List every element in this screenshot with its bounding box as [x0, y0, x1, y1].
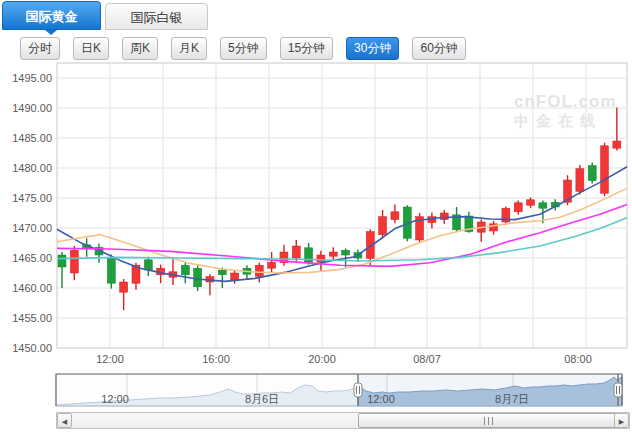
- scrollbar-right-arrow[interactable]: ▶: [614, 413, 629, 428]
- tab-gold[interactable]: 国际黄金: [2, 1, 101, 30]
- candle-up: [255, 265, 263, 276]
- candlestick-chart[interactable]: 1495.001490.001485.001480.001475.001470.…: [0, 0, 632, 433]
- scrollbar-left-arrow[interactable]: ◀: [57, 413, 72, 428]
- navigator-selected-range[interactable]: [358, 374, 618, 406]
- navigator-right-handle[interactable]: [614, 383, 622, 397]
- navigator-label: 8月7日: [495, 393, 529, 405]
- period-button-4[interactable]: 5分钟: [220, 37, 267, 60]
- period-button-6[interactable]: 30分钟: [346, 37, 399, 60]
- candle-up: [613, 141, 621, 148]
- x-axis-label: 16:00: [202, 353, 230, 365]
- period-button-5[interactable]: 15分钟: [280, 37, 333, 60]
- instrument-tabbar: 国际黄金国际白银: [0, 0, 632, 33]
- y-axis-label: 1480.00: [12, 162, 52, 174]
- navigator-label: 12:00: [101, 393, 129, 405]
- candle-up: [292, 246, 300, 258]
- candle-up: [268, 262, 276, 268]
- candle-down: [588, 166, 596, 181]
- candle-up: [120, 282, 128, 292]
- candle-up: [329, 252, 337, 256]
- x-axis-label: 08:00: [564, 353, 592, 365]
- candle-up: [440, 213, 448, 220]
- candle-up: [379, 217, 387, 235]
- period-button-1[interactable]: 日K: [73, 37, 109, 60]
- candle-down: [181, 265, 189, 275]
- period-button-row: 分时日K周K月K5分钟15分钟30分钟60分钟: [20, 37, 479, 59]
- y-axis-label: 1460.00: [12, 282, 52, 294]
- candle-down: [194, 268, 202, 287]
- y-axis-label: 1475.00: [12, 192, 52, 204]
- candle-down: [218, 270, 226, 275]
- candle-up: [527, 200, 535, 205]
- period-button-2[interactable]: 周K: [122, 37, 158, 60]
- candle-down: [107, 258, 115, 283]
- candle-down: [342, 250, 350, 255]
- y-axis-label: 1490.00: [12, 102, 52, 114]
- candle-up: [514, 203, 522, 212]
- candle-up: [576, 169, 584, 192]
- thumb-grip: [492, 417, 493, 425]
- y-axis-label: 1450.00: [12, 342, 52, 354]
- x-axis-label: 12:00: [96, 353, 124, 365]
- period-button-0[interactable]: 分时: [20, 37, 60, 60]
- gold-chart-widget: { "tabs": [ {"label": "国际黄金", "active": …: [0, 0, 632, 433]
- navigator-left-handle[interactable]: [354, 383, 362, 397]
- period-button-7[interactable]: 60分钟: [412, 37, 465, 60]
- y-axis-label: 1470.00: [12, 222, 52, 234]
- candle-up: [70, 250, 78, 273]
- x-axis-label: 20:00: [308, 353, 336, 365]
- y-axis-label: 1455.00: [12, 312, 52, 324]
- x-axis-label: 08/07: [413, 353, 441, 365]
- candle-up: [601, 146, 609, 193]
- candle-down: [58, 255, 66, 267]
- y-axis-label: 1465.00: [12, 252, 52, 264]
- candle-up: [391, 212, 399, 220]
- thumb-grip: [484, 417, 485, 425]
- navigator-label: 12:00: [367, 393, 395, 405]
- tab-silver[interactable]: 国际白银: [105, 3, 208, 30]
- y-axis-label: 1495.00: [12, 72, 52, 84]
- candle-down: [539, 203, 547, 208]
- scrollbar-thumb[interactable]: [358, 413, 618, 428]
- candle-down: [144, 260, 152, 270]
- horizontal-scrollbar[interactable]: ◀ ▶: [56, 412, 630, 429]
- candle-up: [317, 255, 325, 262]
- navigator-label: 8月6日: [245, 393, 279, 405]
- period-button-3[interactable]: 月K: [171, 37, 207, 60]
- active-tab-pointer: [45, 30, 57, 35]
- candle-up: [231, 273, 239, 280]
- thumb-grip: [488, 417, 489, 425]
- y-axis-label: 1485.00: [12, 132, 52, 144]
